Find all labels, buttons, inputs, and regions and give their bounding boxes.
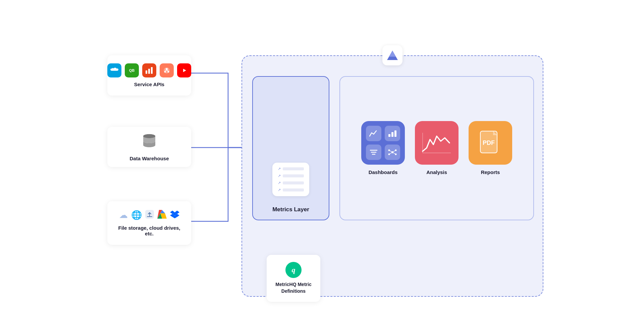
svg-line-42 (390, 153, 392, 154)
svg-line-41 (393, 151, 395, 152)
svg-point-35 (391, 151, 393, 153)
svg-rect-3 (151, 67, 153, 74)
metrics-layer-box: ↗ ↗ ↗ ↗ Metri (252, 76, 329, 220)
file-storage-icons: ☁ 🌐 (119, 210, 179, 221)
database-icon (141, 132, 157, 152)
svg-point-37 (395, 150, 397, 151)
analysis-card: Analysis (415, 121, 459, 175)
reports-icon-box: PDF (469, 121, 512, 165)
globe-icon: 🌐 (131, 210, 142, 220)
quickbooks-icon: QB (125, 63, 139, 77)
service-apis-box: QB (107, 55, 191, 96)
dropbox-icon (170, 210, 179, 221)
service-apis-label: Service APIs (134, 81, 164, 87)
data-warehouse-box: Data Warehouse (107, 127, 191, 167)
reports-card: PDF Reports (469, 121, 512, 175)
dashboards-label: Dashboards (369, 169, 398, 175)
svg-point-38 (388, 154, 390, 155)
svg-marker-28 (389, 51, 396, 57)
metrics-layer-icon: ↗ ↗ ↗ ↗ (272, 163, 309, 196)
dash-bar-icon (385, 126, 400, 141)
svg-rect-30 (391, 132, 393, 137)
analytics-icon (142, 63, 156, 77)
dash-filter-icon (366, 145, 381, 160)
data-warehouse-icons (141, 132, 157, 152)
analysis-icon-box (415, 121, 459, 165)
gdrive-icon (157, 210, 167, 221)
dash-nodes-icon (385, 145, 400, 160)
upload-icon (145, 210, 154, 221)
hubspot-icon (160, 63, 174, 77)
metrichq-logo: q (285, 262, 302, 278)
svg-rect-44 (420, 129, 453, 156)
data-warehouse-label: Data Warehouse (130, 156, 169, 161)
salesforce-icon (107, 63, 121, 77)
file-storage-label: File storage, cloud drives, etc. (115, 225, 183, 236)
dashboards-icon-box (361, 121, 405, 165)
reports-label: Reports (481, 169, 500, 175)
outputs-box: Dashboards Ana (339, 76, 534, 220)
dashboards-card: Dashboards (361, 121, 405, 175)
svg-rect-2 (148, 69, 150, 74)
dash-line-icon (366, 126, 381, 141)
svg-line-43 (393, 153, 395, 154)
file-storage-box: ☁ 🌐 (107, 201, 191, 245)
metrichq-box: q MetricHQ Metric Definitions (267, 255, 320, 302)
service-apis-icons: QB (107, 63, 191, 77)
youtube-icon (177, 63, 191, 77)
analysis-label: Analysis (426, 169, 447, 175)
svg-rect-29 (388, 134, 390, 137)
svg-point-39 (395, 154, 397, 155)
svg-point-7 (168, 71, 169, 73)
cloud-icon: ☁ (119, 210, 128, 220)
svg-text:PDF: PDF (483, 139, 495, 146)
metrics-layer-label: Metrics Layer (272, 206, 309, 213)
svg-rect-1 (146, 70, 147, 74)
mountain-logo (382, 45, 402, 65)
svg-point-36 (388, 150, 390, 151)
svg-point-13 (143, 134, 155, 138)
svg-rect-31 (394, 130, 396, 137)
svg-line-40 (390, 151, 392, 152)
metrichq-label: MetricHQ Metric Definitions (275, 281, 312, 294)
svg-point-5 (166, 68, 168, 70)
svg-point-6 (164, 71, 166, 73)
